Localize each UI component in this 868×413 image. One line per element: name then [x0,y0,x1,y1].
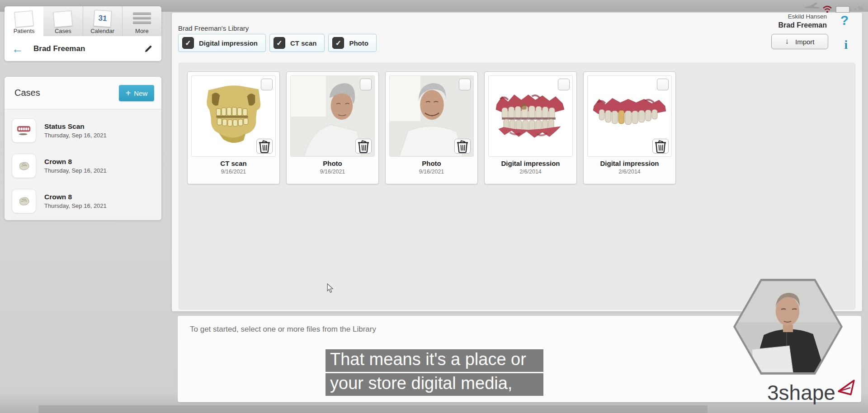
filter-photo[interactable]: ✓ Photo [328,34,377,52]
case-date: Thursday, Sep 16, 2021 [44,167,107,174]
file-date: 9/16/2021 [188,169,279,175]
new-case-label: New [134,89,147,97]
photo-thumbnail [389,75,474,157]
delete-file-button[interactable] [256,139,273,154]
3shape-logo-text: 3shape [767,380,835,405]
file-date: 9/16/2021 [287,169,378,175]
airplane-icon [804,2,820,13]
file-card-ct-scan[interactable]: CT scan 9/16/2021 [187,71,280,184]
download-arrow-icon: ↓ [785,37,789,46]
logged-in-user: Eskild Hansen [778,13,827,20]
battery-icon [835,6,850,13]
crown-icon [12,154,36,178]
checkbox-checked-icon: ✓ [182,37,194,49]
getting-started-hint: To get started, select one or more files… [190,325,376,334]
caption-line-1: That means it's a place or [326,349,543,372]
crown-icon [12,189,36,213]
plus-icon: + [126,89,131,98]
patient-header-row: ← Brad Freeman [5,36,161,61]
back-arrow-icon[interactable]: ← [12,43,24,55]
tab-cases[interactable]: Cases [43,6,82,36]
edit-patient-button[interactable] [142,43,154,55]
trash-icon [653,139,668,153]
case-date: Thursday, Sep 16, 2021 [44,202,107,209]
impression-thumbnail [587,75,672,157]
tab-label: Cases [55,28,71,34]
file-date: 2/6/2014 [485,169,576,175]
trash-icon [257,139,272,153]
delete-file-button[interactable] [355,139,372,154]
cases-list: Status Scan Thursday, Sep 16, 2021 Crown… [5,109,161,220]
trash-icon [455,139,470,153]
filter-bar: ✓ Digital impression ✓ CT scan ✓ Photo [178,34,377,52]
file-label: Digital impression [584,160,675,167]
tab-calendar[interactable]: 31 Calendar [83,6,122,36]
file-card-impression-2[interactable]: Digital impression 2/6/2014 [583,71,676,184]
patient-name: Brad Freeman [33,44,142,53]
tab-patients[interactable]: Patients [5,6,43,36]
case-item[interactable]: Crown 8 Thursday, Sep 16, 2021 [5,148,161,183]
cases-title: Cases [14,88,40,98]
file-date: 9/16/2021 [386,169,477,175]
case-title: Crown 8 [44,158,107,166]
3shape-logo-triangle-icon [836,378,856,399]
status-scan-icon [12,118,36,143]
import-label: Import [795,38,815,46]
info-icon[interactable]: i [844,38,848,52]
cases-icon [53,10,73,27]
more-icon [133,12,151,24]
ct-scan-thumbnail [191,75,276,157]
file-cards-row: CT scan 9/16/2021 [179,63,855,184]
case-item[interactable]: Status Scan Thursday, Sep 16, 2021 [5,113,161,148]
file-select-checkbox[interactable] [459,79,471,90]
checkbox-checked-icon: ✓ [332,37,344,49]
help-icon[interactable]: ? [840,13,849,28]
delete-file-button[interactable] [652,139,669,154]
case-item[interactable]: Crown 8 Thursday, Sep 16, 2021 [5,183,161,219]
photo-thumbnail [290,75,375,157]
file-card-impression-1[interactable]: Digital impression 2/6/2014 [484,71,577,184]
filter-ct-scan[interactable]: ✓ CT scan [269,34,325,52]
tab-label: Patients [14,28,35,34]
library-panel: Brad Freeman's Library ✓ Digital impress… [172,13,862,311]
checkbox-checked-icon: ✓ [274,37,285,49]
cases-header: Cases + New [5,77,161,109]
delete-file-button[interactable] [454,139,471,154]
battery-percent-label: - % [854,5,863,12]
case-title: Crown 8 [44,193,107,201]
tab-label: Calendar [90,28,114,34]
file-select-checkbox[interactable] [558,79,570,90]
new-case-button[interactable]: + New [119,85,154,101]
file-select-checkbox[interactable] [657,79,669,90]
library-files-area: CT scan 9/16/2021 [179,63,855,310]
caption-line-2: your store digital media, [326,373,543,396]
file-select-checkbox[interactable] [261,79,273,90]
sidebar-panel: Patients Cases 31 Calendar More ← Brad F… [5,6,161,61]
tab-more[interactable]: More [122,6,161,36]
user-context: Eskild Hansen Brad Freeman [778,13,827,30]
file-label: Photo [287,160,378,167]
cases-panel: Cases + New Status Scan Thursday, Sep 16… [5,77,161,220]
mouse-cursor [327,283,334,295]
file-label: Digital impression [485,160,576,167]
trash-icon [356,139,371,153]
case-title: Status Scan [44,122,107,131]
impression-thumbnail [488,75,573,157]
filter-label: CT scan [290,39,316,47]
patients-icon [14,10,34,27]
filter-label: Photo [349,39,368,47]
file-card-photo-2[interactable]: Photo 9/16/2021 [385,71,478,184]
filter-label: Digital impression [199,39,258,47]
import-button[interactable]: ↓ Import [771,34,828,49]
file-select-checkbox[interactable] [360,79,372,90]
current-patient: Brad Freeman [778,20,827,30]
filter-digital-impression[interactable]: ✓ Digital impression [178,34,266,52]
file-label: Photo [386,160,477,167]
file-card-photo-1[interactable]: Photo 9/16/2021 [286,71,379,184]
file-date: 2/6/2014 [584,169,675,175]
file-label: CT scan [188,160,279,167]
sidebar-tab-strip: Patients Cases 31 Calendar More [5,6,161,36]
case-date: Thursday, Sep 16, 2021 [44,132,107,139]
calendar-icon: 31 [93,10,111,28]
video-captions: That means it's a place or your store di… [326,349,543,396]
